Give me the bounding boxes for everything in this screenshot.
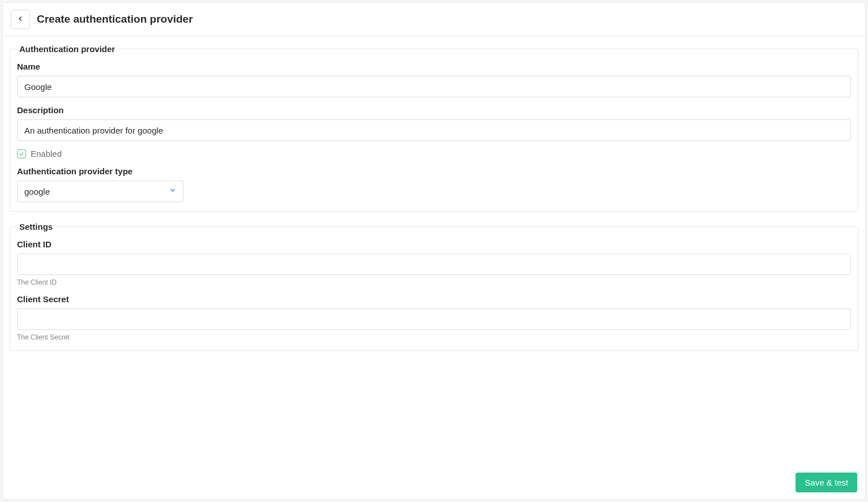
- provider-type-field: Authentication provider type google: [17, 166, 851, 202]
- page-header: Create authentication provider: [3, 3, 865, 36]
- description-field: Description: [17, 105, 851, 141]
- provider-type-select[interactable]: google: [17, 181, 183, 202]
- provider-type-label: Authentication provider type: [17, 166, 851, 176]
- provider-type-select-wrap: google: [17, 181, 183, 202]
- name-label: Name: [17, 62, 851, 71]
- client-secret-input[interactable]: [17, 308, 851, 330]
- auth-provider-fieldset: Authentication provider Name Description…: [10, 44, 858, 212]
- name-field: Name: [17, 62, 851, 97]
- settings-fieldset: Settings Client ID The Client ID Client …: [10, 222, 858, 351]
- auth-provider-legend: Authentication provider: [17, 44, 117, 54]
- page-container: Create authentication provider Authentic…: [2, 2, 866, 500]
- settings-legend: Settings: [17, 222, 55, 231]
- client-secret-label: Client Secret: [17, 294, 851, 304]
- client-id-label: Client ID: [17, 239, 851, 249]
- check-icon: [19, 149, 24, 159]
- client-id-field: Client ID The Client ID: [17, 239, 851, 286]
- description-label: Description: [17, 105, 851, 115]
- enabled-checkbox[interactable]: [17, 149, 26, 158]
- client-id-help: The Client ID: [17, 278, 851, 286]
- enabled-field: Enabled: [17, 149, 851, 158]
- client-secret-help: The Client Secret: [17, 333, 851, 341]
- enabled-label: Enabled: [31, 149, 62, 158]
- back-button[interactable]: [11, 10, 30, 29]
- chevron-left-icon: [16, 15, 24, 24]
- page-footer: Save & test: [3, 466, 865, 499]
- page-title: Create authentication provider: [37, 13, 193, 25]
- name-input[interactable]: [17, 76, 851, 97]
- page-content: Authentication provider Name Description…: [3, 36, 865, 466]
- save-test-button[interactable]: Save & test: [796, 473, 857, 492]
- client-id-input[interactable]: [17, 254, 851, 275]
- description-input[interactable]: [17, 119, 851, 141]
- client-secret-field: Client Secret The Client Secret: [17, 294, 851, 341]
